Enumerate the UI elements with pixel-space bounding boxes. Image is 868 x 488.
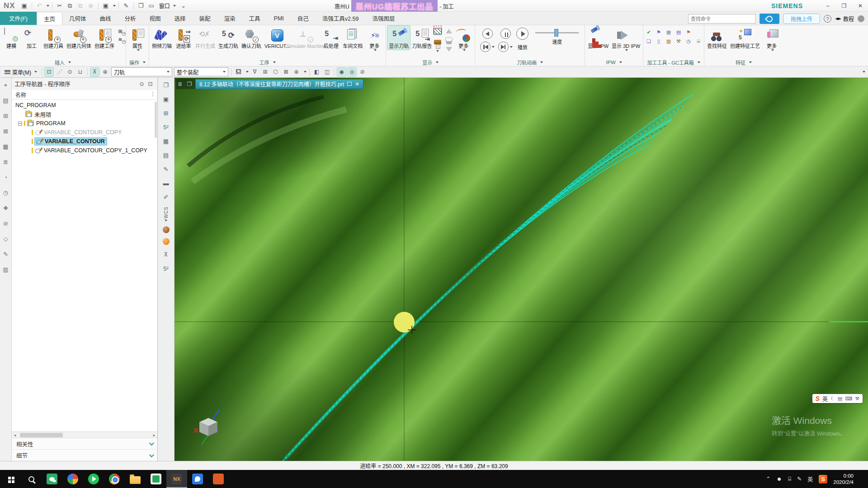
ime-clipboard-icon[interactable]: ▤	[838, 396, 842, 402]
insert-mini-icon-2[interactable]: ≋	[116, 36, 124, 43]
tab-pmi[interactable]: PMI	[267, 12, 291, 25]
tree-scrollbar[interactable]	[155, 102, 157, 138]
show-2d-material-icon[interactable]	[434, 28, 442, 35]
save-dropdown-icon[interactable]	[113, 5, 116, 7]
history-icon[interactable]: ◷	[2, 189, 9, 197]
ime-toolbar[interactable]: S 英 ☾ ▤ ⌨ ⚒	[812, 394, 863, 403]
cube-select-icon[interactable]: ⊠	[282, 68, 290, 76]
operation-more-button[interactable]: ⚡︎≡ 更多	[364, 26, 384, 52]
taskbar-file-explorer[interactable]	[125, 470, 146, 488]
generate-toolpath-button[interactable]: 5⟳ 生成刀轨	[217, 26, 240, 50]
tab-curve[interactable]: 曲线	[93, 12, 118, 25]
table-tool-icon[interactable]: ▤	[675, 28, 683, 36]
tab-home[interactable]: 主页	[37, 12, 62, 25]
drag-upload-button[interactable]: 拖拽上传	[783, 14, 820, 24]
flag-tool-icon[interactable]: ⚑	[655, 28, 663, 36]
eye-arrow-icon[interactable]: ◎	[348, 68, 356, 76]
tab-geometry[interactable]: 几何体	[62, 12, 93, 25]
create-feature-process-button[interactable]: ✦5 创建特征工艺	[729, 26, 761, 50]
section-dependencies[interactable]: 相关性	[12, 438, 157, 450]
tab-custom[interactable]: 自己	[291, 12, 316, 25]
show-ipw-button[interactable]: 显示 IPW	[586, 26, 610, 50]
taskbar-app-nx-active[interactable]: NX	[166, 470, 187, 488]
machining-wizard-icon[interactable]: ⊘	[2, 220, 9, 227]
copy-icon[interactable]: ⧉	[66, 1, 75, 10]
feature-more-button[interactable]: 更多	[762, 26, 782, 52]
wcs-toggle[interactable]: WCS	[164, 206, 169, 221]
machining-button[interactable]: ⟳ 加工	[22, 26, 42, 50]
tree-item-nc-program[interactable]: NC_PROGRAM	[12, 101, 157, 110]
lock-icon[interactable]: ⊼	[161, 250, 171, 259]
tab-file[interactable]: 文件(F)	[0, 12, 37, 25]
group-label-ipw[interactable]: IPW	[586, 59, 642, 66]
go-to-start-button[interactable]	[480, 42, 491, 52]
type-filter-dropdown[interactable]: 刀轨	[111, 67, 172, 76]
help-icon[interactable]: ?	[824, 15, 831, 23]
minimize-button[interactable]: –	[823, 2, 833, 10]
avatar[interactable]	[858, 15, 864, 22]
part-navigator-icon[interactable]: ⊠	[2, 127, 9, 135]
close-button[interactable]: ✕	[855, 2, 865, 10]
snap-point-icon-2[interactable]: ⋰	[55, 68, 64, 76]
tray-pen-icon[interactable]: ✎	[797, 476, 802, 482]
part-file-tab[interactable]: 8.12 多轴联动（不等深度往复等距刀刀见肉槽）开粗技巧.prt ✕	[195, 79, 363, 89]
create-geometry-button[interactable]: 创建几何体	[65, 26, 93, 50]
assembly-navigator-icon[interactable]: ▤	[2, 97, 9, 104]
drill-table-icon[interactable]: ▥	[665, 38, 673, 45]
tray-ime-language[interactable]: 英	[807, 475, 813, 483]
properties-button[interactable]: 属性	[127, 26, 147, 52]
taskbar-app-qq[interactable]	[187, 470, 208, 488]
ime-moon-icon[interactable]: ☾	[830, 396, 835, 402]
group-label-feature[interactable]: 特征	[706, 59, 782, 66]
color-grid-icon[interactable]: ▦	[161, 136, 171, 145]
create-operation-button[interactable]: 创建工序	[93, 26, 116, 50]
command-finder-button[interactable]	[760, 14, 779, 24]
taskbar-search-button[interactable]	[21, 470, 42, 488]
process-assistant-icon[interactable]: ❖	[2, 204, 9, 212]
group-label-operate[interactable]: 操作	[127, 59, 147, 66]
hexagon-select-icon[interactable]: ⬡	[271, 68, 280, 76]
five-axis-2-icon[interactable]: 5²	[161, 264, 171, 273]
group-label-animation[interactable]: 刀轨动画	[476, 59, 583, 66]
ime-settings-icon[interactable]: ⚒	[855, 396, 859, 402]
section-details[interactable]: 细节	[12, 450, 157, 461]
show-3d-ipw-button[interactable]: 显示 3D IPW	[610, 26, 642, 52]
dropdown-icon[interactable]	[492, 46, 495, 48]
dropdown-icon[interactable]	[246, 71, 249, 73]
orange-sphere-icon[interactable]	[163, 238, 170, 245]
tree-item-unused[interactable]: 未用项	[12, 110, 157, 119]
show-toolpath-button[interactable]: 5 显示刀轨	[387, 26, 410, 50]
save-icon[interactable]: ▣	[20, 1, 29, 10]
taskbar-app-wps[interactable]	[146, 470, 166, 488]
tab-view[interactable]: 视图	[143, 12, 168, 25]
workpiece-select-icon[interactable]: ⊼	[90, 68, 99, 76]
search-input[interactable]	[689, 14, 755, 23]
monitor-tool-icon[interactable]: ⌸	[694, 38, 703, 45]
snap-point-icon-3[interactable]: ⊙	[66, 68, 74, 76]
tab-assembly[interactable]: 装配	[193, 12, 217, 25]
shaded-cube-icon[interactable]: ◧	[312, 68, 321, 76]
tray-expand-icon[interactable]: ⌃	[766, 476, 770, 482]
customize-quick-access-icon[interactable]: ⌄	[179, 1, 188, 10]
save-as-icon[interactable]: ▣	[101, 1, 110, 10]
create-tool-button[interactable]: 创建刀具	[42, 26, 65, 50]
constraint-navigator-icon[interactable]: ⊞	[2, 112, 9, 120]
feature-select-icon[interactable]: ⊕	[101, 68, 109, 76]
window-menu-button[interactable]: 窗口	[157, 1, 178, 10]
ruler-icon[interactable]: ▬	[161, 178, 171, 188]
scope-filter-dropdown[interactable]: 整个装配	[174, 67, 228, 76]
cascade-window-icon[interactable]: ❐	[137, 1, 146, 10]
box-select-icon[interactable]: ⊞	[261, 68, 269, 76]
scroll-left-icon[interactable]: ◂	[12, 432, 18, 438]
web-browser-icon[interactable]: ◔	[2, 174, 9, 181]
tab-list-icon[interactable]: ≣	[176, 81, 184, 87]
dropdown-icon[interactable]	[510, 46, 513, 48]
dropdown-icon[interactable]	[436, 50, 439, 52]
tray-display-icon[interactable]: ⌸	[788, 476, 791, 482]
horizontal-scrollbar[interactable]: ◂ ▸	[12, 432, 157, 438]
ime-keyboard-icon[interactable]: ⌨	[845, 396, 852, 402]
layers-tool-icon[interactable]: ❏	[645, 38, 653, 45]
restore-view-icon[interactable]: ❐	[161, 80, 171, 89]
mcs-visibility-icon[interactable]: ◉	[337, 68, 346, 76]
menu-button[interactable]: 菜单(M)	[3, 67, 39, 77]
